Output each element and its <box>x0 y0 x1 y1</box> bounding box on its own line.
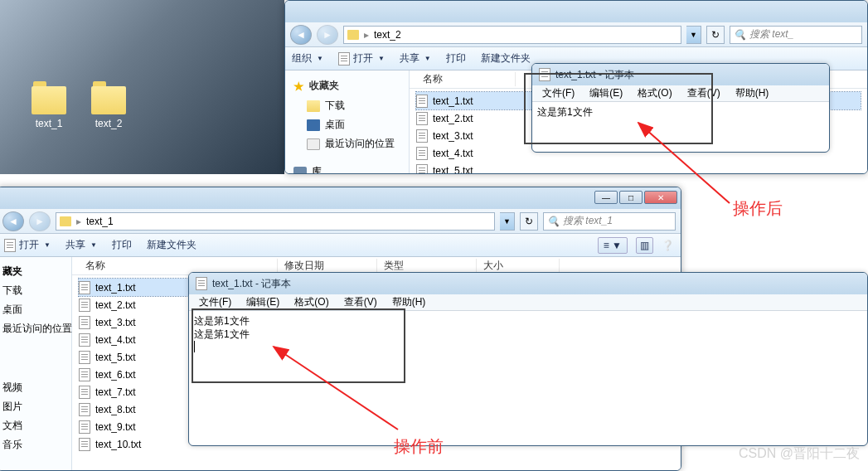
sidebar-item-videos[interactable]: 视频 <box>0 378 71 397</box>
text-file-icon <box>416 112 428 125</box>
desktop-icon <box>307 119 320 131</box>
folder-icon <box>60 216 71 226</box>
file-name: text_3.txt <box>433 130 473 142</box>
file-name: text_2.txt <box>95 299 136 311</box>
address-bar[interactable]: ▸ text_2 <box>343 26 681 44</box>
notepad-icon <box>539 68 550 81</box>
sidebar-item-documents[interactable]: 文档 <box>0 416 71 435</box>
toolbar-share[interactable]: 共享▼ <box>400 51 431 66</box>
address-dropdown[interactable]: ▼ <box>500 212 515 231</box>
file-row[interactable]: text_5.txt <box>416 162 861 174</box>
menu-format[interactable]: 格式(O) <box>288 294 335 311</box>
toolbar: 打开▼ 共享▼ 打印 新建文件夹 ≡ ▼ ▥ ❔ <box>0 234 681 257</box>
sidebar-favorites-header[interactable]: 藏夹 <box>0 262 71 281</box>
preview-pane-button[interactable]: ▥ <box>636 237 653 254</box>
text-file-icon <box>416 129 428 143</box>
address-bar[interactable]: ▸ text_1 <box>56 212 495 231</box>
close-button[interactable]: ✕ <box>644 191 677 204</box>
toolbar-organize[interactable]: 组织▼ <box>292 51 323 66</box>
toolbar-share[interactable]: 共享▼ <box>65 238 97 252</box>
recent-icon <box>307 138 320 150</box>
maximize-button[interactable]: □ <box>619 191 643 204</box>
address-path: text_2 <box>374 29 401 41</box>
file-name: text_7.txt <box>95 386 136 398</box>
notepad-titlebar[interactable]: text_1.txt - 记事本 <box>532 64 829 85</box>
file-name: text_1.txt <box>95 282 136 294</box>
text-file-icon <box>79 333 90 347</box>
text-file-icon <box>79 299 90 312</box>
sidebar-item-downloads[interactable]: 下载 <box>0 281 71 300</box>
sidebar-item-recent[interactable]: 最近访问的位置 <box>285 134 409 153</box>
menu-file[interactable]: 文件(F) <box>536 85 581 102</box>
sidebar-item-desktop[interactable]: 桌面 <box>0 300 71 319</box>
help-button[interactable]: ❔ <box>662 240 674 251</box>
toolbar-print[interactable]: 打印 <box>446 51 466 66</box>
notepad-menubar: 文件(F) 编辑(E) 格式(O) 查看(V) 帮助(H) <box>532 85 829 102</box>
nav-back-button[interactable]: ◄ <box>290 25 312 45</box>
notepad-textarea[interactable]: 这是第1文件 <box>532 102 829 122</box>
toolbar-newfolder[interactable]: 新建文件夹 <box>147 238 196 252</box>
notepad-icon <box>196 277 207 290</box>
menu-edit[interactable]: 编辑(E) <box>583 85 629 102</box>
menu-view[interactable]: 查看(V) <box>681 85 727 102</box>
text-file-icon <box>79 281 90 294</box>
toolbar-print[interactable]: 打印 <box>112 238 132 252</box>
search-box[interactable]: 🔍 搜索 text_1 <box>543 212 676 231</box>
annotation-label-before: 操作前 <box>394 435 444 458</box>
text-file-icon <box>79 351 90 364</box>
minimize-button[interactable]: — <box>594 191 618 204</box>
sidebar-item-desktop[interactable]: 桌面 <box>285 115 409 134</box>
search-placeholder: 搜索 text_ <box>749 27 793 41</box>
menu-help[interactable]: 帮助(H) <box>729 85 776 102</box>
nav-back-button[interactable]: ◄ <box>2 211 24 231</box>
refresh-button[interactable]: ↻ <box>706 26 725 44</box>
sidebar-item-music[interactable]: 音乐 <box>0 435 71 454</box>
folder-icon <box>347 30 359 40</box>
titlebar[interactable]: — □ ✕ <box>0 187 681 209</box>
file-name: text_6.txt <box>95 369 136 381</box>
menu-edit[interactable]: 编辑(E) <box>240 294 286 311</box>
star-icon: ★ <box>293 80 304 93</box>
notepad-window-before: text_1.txt - 记事本 文件(F) 编辑(E) 格式(O) 查看(V)… <box>188 272 868 446</box>
sidebar-favorites-header[interactable]: ★收藏夹 <box>285 75 409 96</box>
sidebar-libraries-header[interactable]: 库 <box>285 162 409 174</box>
notepad-title: text_1.txt - 记事本 <box>555 68 634 82</box>
desktop-folder-text2[interactable]: text_2 <box>91 86 126 129</box>
watermark: CSDN @晋阳十二夜 <box>739 445 860 463</box>
nav-bar: ◄ ► ▸ text_2 ▼ ↻ 🔍 搜索 text_ <box>285 22 867 47</box>
toolbar-open[interactable]: 打开▼ <box>338 51 385 66</box>
text-file-icon <box>79 368 90 381</box>
downloads-icon <box>307 100 320 112</box>
menu-file[interactable]: 文件(F) <box>192 294 238 311</box>
menu-view[interactable]: 查看(V) <box>337 294 384 311</box>
notepad-titlebar[interactable]: text_1.txt - 记事本 <box>189 273 867 294</box>
search-icon: 🔍 <box>734 29 746 41</box>
file-name: text_10.txt <box>95 439 141 450</box>
menu-help[interactable]: 帮助(H) <box>386 294 433 311</box>
notepad-textarea[interactable]: 这是第1文件这是第1文件 <box>189 311 867 356</box>
toolbar-newfolder[interactable]: 新建文件夹 <box>481 51 531 66</box>
toolbar-open[interactable]: 打开▼ <box>4 238 51 252</box>
sidebar-item-downloads[interactable]: 下载 <box>285 96 409 115</box>
address-path: text_1 <box>86 216 114 227</box>
text-file-icon <box>416 164 428 175</box>
folder-icon <box>32 86 66 114</box>
menu-format[interactable]: 格式(O) <box>631 85 678 102</box>
annotation-label-after: 操作后 <box>733 197 783 220</box>
sidebar-item-recent[interactable]: 最近访问的位置 <box>0 319 71 338</box>
search-box[interactable]: 🔍 搜索 text_ <box>730 26 862 44</box>
address-dropdown[interactable]: ▼ <box>686 26 701 44</box>
desktop-folder-text1[interactable]: text_1 <box>32 86 66 129</box>
search-placeholder: 搜索 text_1 <box>563 214 613 228</box>
file-name: text_2.txt <box>433 113 473 124</box>
nav-forward-button[interactable]: ► <box>317 25 338 45</box>
refresh-button[interactable]: ↻ <box>520 212 538 231</box>
nav-forward-button[interactable]: ► <box>29 211 51 231</box>
text-file-icon <box>79 316 90 329</box>
view-options-button[interactable]: ≡ ▼ <box>598 237 628 254</box>
sidebar-item-pictures[interactable]: 图片 <box>0 397 71 416</box>
titlebar[interactable] <box>285 1 867 22</box>
folder-icon <box>91 86 126 114</box>
notepad-icon <box>338 52 350 66</box>
notepad-window-after: text_1.txt - 记事本 文件(F) 编辑(E) 格式(O) 查看(V)… <box>531 63 830 153</box>
